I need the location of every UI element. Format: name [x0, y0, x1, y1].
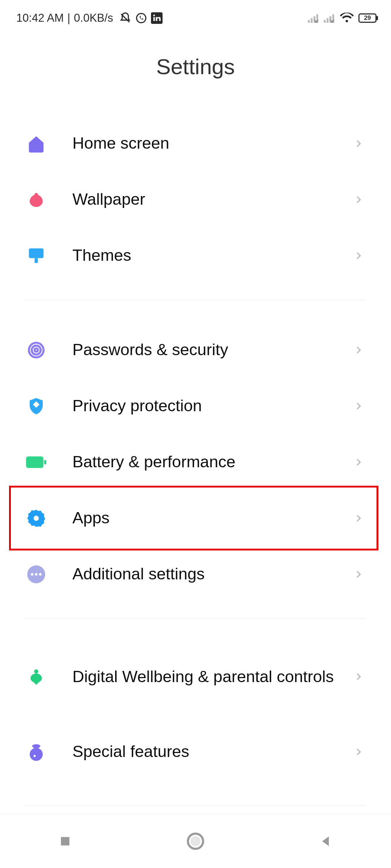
svg-rect-8: [324, 20, 325, 23]
status-separator: |: [67, 12, 70, 25]
svg-rect-18: [26, 456, 43, 468]
row-label: Additional settings: [47, 564, 351, 584]
svg-point-28: [34, 755, 36, 757]
svg-point-24: [39, 573, 42, 575]
svg-point-25: [34, 669, 38, 673]
page-title: Settings: [0, 54, 391, 79]
settings-row-privacy-protection[interactable]: Privacy protection: [25, 378, 366, 434]
chevron-right-icon: [351, 513, 366, 523]
svg-point-26: [32, 744, 41, 748]
settings-row-apps[interactable]: Apps: [25, 490, 366, 546]
chevron-right-icon: [351, 401, 366, 411]
chevron-right-icon: [351, 345, 366, 355]
battery-percent: 29: [364, 14, 371, 22]
status-left: 10:42 AM | 0.0KB/s: [16, 12, 163, 25]
settings-row-passwords-security[interactable]: Passwords & security: [25, 322, 366, 378]
battery-icon: 29: [358, 13, 377, 23]
svg-rect-10: [329, 16, 331, 23]
settings-row-home-screen[interactable]: Home screen: [25, 115, 366, 171]
row-label: Privacy protection: [47, 396, 351, 416]
row-label: Digital Wellbeing & parental controls: [47, 667, 351, 687]
chevron-right-icon: [351, 251, 366, 261]
flask-icon: [25, 742, 47, 762]
svg-rect-19: [44, 460, 46, 464]
row-label: Apps: [47, 508, 351, 528]
settings-row-battery-performance[interactable]: Battery & performance: [25, 434, 366, 490]
nav-back-button[interactable]: [311, 827, 340, 856]
more-dots-icon: [25, 565, 47, 584]
chevron-right-icon: [351, 457, 366, 467]
row-label: Themes: [47, 245, 351, 265]
row-label: Battery & performance: [47, 452, 351, 472]
wellbeing-icon: [25, 667, 47, 686]
shield-icon: [25, 396, 47, 416]
status-bar: 10:42 AM | 0.0KB/s 29: [0, 0, 391, 33]
svg-point-3: [153, 14, 155, 16]
svg-point-16: [32, 345, 41, 354]
svg-rect-29: [61, 837, 69, 845]
svg-point-20: [34, 515, 39, 520]
themes-icon: [25, 246, 47, 265]
chevron-right-icon: [351, 139, 366, 149]
settings-row-additional-settings[interactable]: Additional settings: [25, 546, 366, 602]
chevron-right-icon: [351, 569, 366, 579]
whatsapp-icon: [135, 12, 147, 24]
battery-icon: [25, 455, 47, 469]
chevron-right-icon: [351, 672, 366, 682]
svg-point-31: [190, 836, 201, 846]
settings-row-themes[interactable]: Themes: [25, 227, 366, 284]
svg-point-23: [35, 573, 37, 575]
row-label: Special features: [47, 741, 351, 762]
svg-rect-14: [35, 258, 38, 263]
divider: [25, 618, 366, 619]
nav-home-button[interactable]: [181, 827, 210, 856]
chevron-right-icon: [351, 747, 366, 757]
linkedin-icon: [151, 12, 163, 24]
nav-recents-button[interactable]: [51, 827, 80, 856]
settings-list: Home screen Wallpaper Themes Passwords &…: [0, 115, 391, 805]
signal-2-disabled-icon: [324, 13, 335, 23]
svg-point-0: [136, 13, 146, 23]
signal-1-disabled-icon: [308, 13, 319, 23]
notifications-muted-icon: [119, 12, 131, 24]
fingerprint-icon: [25, 340, 47, 360]
wifi-icon: [340, 13, 354, 24]
svg-rect-6: [314, 16, 315, 23]
svg-rect-2: [153, 17, 155, 21]
divider: [25, 300, 366, 300]
svg-rect-4: [308, 20, 310, 23]
row-label: Wallpaper: [47, 189, 351, 209]
row-label: Passwords & security: [47, 340, 351, 360]
nav-bar: [0, 814, 391, 868]
flower-icon: [25, 190, 47, 209]
status-time: 10:42 AM: [16, 12, 64, 25]
svg-rect-9: [327, 18, 328, 23]
svg-point-17: [35, 348, 38, 352]
divider: [25, 805, 366, 805]
svg-rect-5: [311, 18, 312, 23]
svg-rect-13: [29, 248, 44, 258]
gear-icon: [25, 509, 47, 528]
status-right: 29: [308, 13, 377, 24]
settings-row-wallpaper[interactable]: Wallpaper: [25, 171, 366, 227]
chevron-right-icon: [351, 195, 366, 205]
svg-point-22: [31, 573, 33, 575]
row-label: Home screen: [47, 133, 351, 153]
settings-row-digital-wellbeing[interactable]: Digital Wellbeing & parental controls: [25, 641, 366, 713]
status-net-speed: 0.0KB/s: [74, 12, 113, 25]
home-icon: [25, 134, 47, 153]
svg-point-27: [30, 748, 43, 761]
settings-row-special-features[interactable]: Special features: [25, 724, 366, 780]
